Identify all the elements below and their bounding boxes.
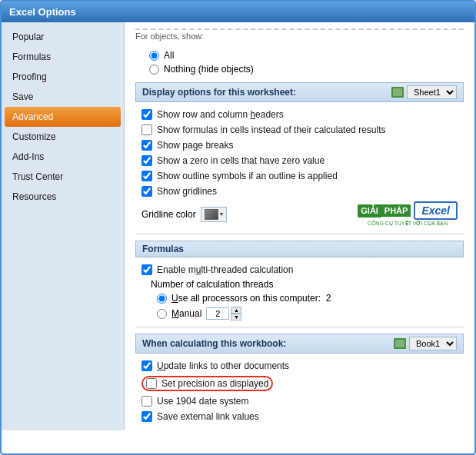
- checkbox-update-links[interactable]: [141, 360, 152, 371]
- checkbox-date-1904[interactable]: [141, 396, 152, 407]
- radio-nothing-input[interactable]: [149, 65, 159, 75]
- manual-spinner: ▲ ▼: [206, 307, 241, 320]
- separator-1: [135, 234, 464, 234]
- checkbox-row-zero: Show a zero in cells that have zero valu…: [135, 153, 464, 168]
- radio-nothing-label: Nothing (hide objects): [164, 64, 254, 75]
- label-formulas: Show formulas in cells instead of their …: [157, 125, 385, 135]
- checkbox-save-external[interactable]: [141, 411, 152, 422]
- logo-phap: PHÁP: [381, 204, 411, 217]
- checkbox-date-1904-row: Use 1904 date system: [135, 394, 464, 409]
- sidebar-item-save[interactable]: Save: [2, 87, 124, 107]
- logo-wrapper: GIẢI PHÁP Excel CÔNG CỤ TUYỆT VỜI CỦA BẠ…: [358, 201, 458, 227]
- book-dropdown[interactable]: Book1: [409, 337, 457, 350]
- num-threads-row: Number of calculation threads: [135, 277, 464, 291]
- checkbox-formulas[interactable]: [141, 125, 152, 135]
- formulas-section-label: Formulas: [142, 244, 184, 254]
- sidebar-item-customize[interactable]: Customize: [2, 127, 124, 147]
- spinner-down[interactable]: ▼: [231, 314, 241, 320]
- when-calculating-label: When calculating this workbook:: [142, 338, 286, 349]
- main-content: For objects, show: All Nothing (hide obj…: [125, 22, 474, 430]
- radio-manual-row: Manual ▲ ▼: [135, 305, 464, 322]
- sidebar-item-proofing[interactable]: Proofing: [2, 67, 124, 87]
- sidebar-item-formulas[interactable]: Formulas: [2, 47, 124, 67]
- sidebar-item-advanced[interactable]: Advanced: [5, 107, 121, 127]
- excel-options-window: Excel Options Popular Formulas Proofing …: [0, 0, 476, 455]
- logo-inner: GIẢI PHÁP Excel: [358, 201, 458, 220]
- sidebar-item-resources[interactable]: Resources: [2, 187, 124, 207]
- radio-nothing-row: Nothing (hide objects): [135, 62, 464, 76]
- sidebar-item-addins[interactable]: Add-Ins: [2, 147, 124, 167]
- sheet-icon: [391, 87, 404, 98]
- precision-highlight: Set precision as displayed: [141, 376, 273, 391]
- sheet-dropdown[interactable]: Sheet1: [407, 85, 457, 99]
- label-zero-value: Show a zero in cells that have zero valu…: [157, 155, 325, 166]
- label-gridlines: Show gridlines: [157, 186, 217, 197]
- checkbox-row-col-headers[interactable]: [141, 109, 152, 120]
- label-multithreaded: Enable multi-threaded calculation: [157, 264, 293, 275]
- display-section-header: Display options for this worksheet: Shee…: [135, 82, 464, 102]
- title-bar: Excel Options: [2, 2, 474, 22]
- when-calculating-header: When calculating this workbook: Book1: [135, 334, 464, 354]
- display-section-label: Display options for this worksheet:: [142, 87, 296, 98]
- label-all-processors: Use all processors on this computer: 2: [171, 293, 331, 304]
- logo-excel: Excel: [414, 201, 458, 220]
- label-manual: Manual: [171, 308, 201, 319]
- checkbox-page-breaks[interactable]: [141, 140, 152, 151]
- label-row-col-headers: Show row and column headers: [157, 109, 284, 120]
- checkbox-multithreaded-row: Enable multi-threaded calculation: [135, 262, 464, 277]
- gridline-color-label: Gridline color: [141, 209, 196, 220]
- separator-2: [135, 327, 464, 327]
- window-title: Excel Options: [9, 6, 76, 18]
- checkbox-gridlines[interactable]: [141, 186, 152, 197]
- color-dropdown-arrow: ▾: [220, 211, 223, 218]
- checkbox-row-formulas: Show formulas in cells instead of their …: [135, 122, 464, 138]
- sheet-selector: Sheet1: [391, 85, 457, 99]
- num-threads-label: Number of calculation threads: [151, 279, 273, 290]
- checkbox-zero-value[interactable]: [141, 155, 152, 166]
- checkbox-row-headers: Show row and column headers: [135, 107, 464, 122]
- book-icon: [394, 338, 406, 349]
- logo-area: GIẢI PHÁP Excel CÔNG CỤ TUYỆT VỜI CỦA BẠ…: [358, 201, 458, 227]
- label-page-breaks: Show page breaks: [157, 140, 233, 151]
- checkbox-save-external-row: Save external link values: [135, 409, 464, 424]
- sidebar: Popular Formulas Proofing Save Advanced …: [2, 22, 125, 430]
- sidebar-item-popular[interactable]: Popular: [2, 27, 124, 47]
- radio-all-processors[interactable]: [157, 294, 167, 304]
- gridline-color-button[interactable]: ▾: [201, 207, 227, 222]
- color-swatch: [205, 209, 218, 220]
- spinner-buttons: ▲ ▼: [231, 307, 241, 320]
- radio-all-row: All: [135, 48, 464, 62]
- manual-value-input[interactable]: [206, 307, 229, 320]
- radio-all-input[interactable]: [149, 51, 159, 61]
- formulas-section-header: Formulas: [135, 241, 464, 257]
- sidebar-item-trustcenter[interactable]: Trust Center: [2, 167, 124, 187]
- label-save-external: Save external link values: [157, 411, 259, 422]
- checkbox-row-outline: Show outline symbols if an outline is ap…: [135, 168, 464, 184]
- logo-giai: GIẢI: [358, 204, 381, 218]
- checkbox-update-links-row: Update links to other documents: [135, 358, 464, 374]
- checkbox-precision[interactable]: [146, 378, 157, 389]
- radio-all-processors-row: Use all processors on this computer: 2: [135, 291, 464, 305]
- checkbox-outline-symbols[interactable]: [141, 171, 152, 181]
- checkbox-multithreaded[interactable]: [141, 264, 152, 275]
- checkbox-row-gridlines: Show gridlines: [135, 184, 464, 199]
- label-outline-symbols: Show outline symbols if an outline is ap…: [157, 171, 338, 181]
- spinner-up[interactable]: ▲: [231, 307, 241, 314]
- workbook-selector: Book1: [394, 337, 457, 350]
- for-objects-label: For objects, show:: [135, 30, 464, 42]
- radio-manual[interactable]: [157, 309, 167, 319]
- checkbox-row-pagebreaks: Show page breaks: [135, 138, 464, 153]
- gridline-color-row: Gridline color ▾ GIẢI PHÁP Excel CÔNG CỤ…: [135, 199, 464, 229]
- label-update-links: Update links to other documents: [157, 360, 289, 371]
- label-precision: Set precision as displayed: [161, 378, 268, 389]
- logo-tagline: CÔNG CỤ TUYỆT VỜI CỦA BẠN: [358, 221, 458, 227]
- radio-all-label: All: [164, 50, 174, 61]
- label-date-1904: Use 1904 date system: [157, 396, 248, 407]
- checkbox-precision-row: Set precision as displayed: [135, 374, 464, 394]
